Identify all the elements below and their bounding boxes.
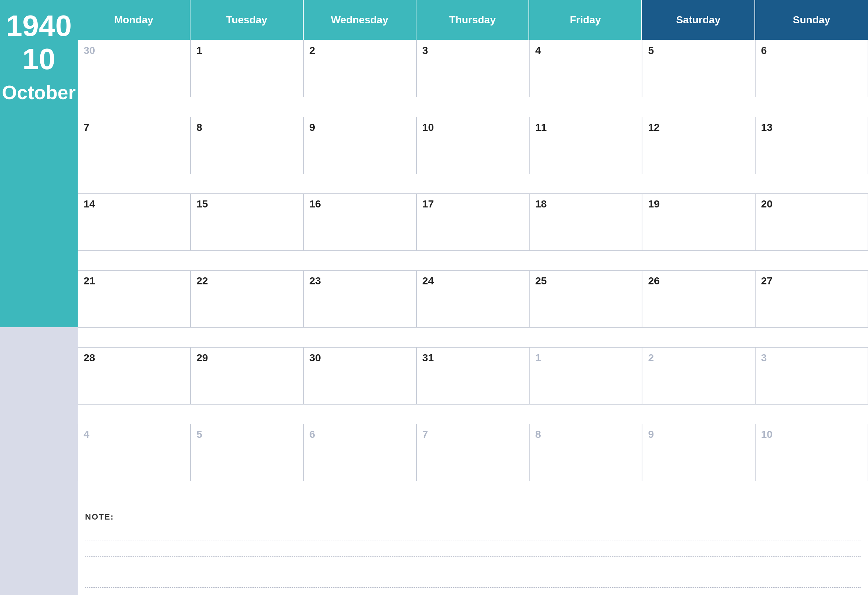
calendar-cell[interactable]: 29	[190, 347, 303, 405]
calendar-cell[interactable]: 4	[529, 40, 642, 97]
day-number: 5	[648, 45, 654, 56]
calendar-cell[interactable]: 1	[190, 40, 303, 97]
calendar-cell[interactable]: 21	[78, 270, 190, 328]
day-number: 10	[761, 428, 773, 440]
calendar-cell[interactable]: 15	[190, 193, 303, 251]
calendar-cell[interactable]: 9	[304, 117, 416, 174]
day-header-friday: Friday	[529, 0, 642, 40]
main-content: MondayTuesdayWednesdayThursdayFridaySatu…	[78, 0, 868, 595]
calendar-cell[interactable]: 19	[642, 193, 755, 251]
sidebar-month: October	[2, 81, 75, 103]
day-number: 4	[535, 45, 541, 56]
day-number: 26	[648, 275, 660, 286]
calendar-cell[interactable]: 7	[78, 117, 190, 174]
day-number: 3	[761, 352, 767, 363]
day-number: 25	[535, 275, 547, 286]
calendar-cell[interactable]: 2	[642, 347, 755, 405]
day-number: 8	[196, 122, 202, 133]
day-header-monday: Monday	[78, 0, 190, 40]
note-label: NOTE:	[85, 512, 861, 522]
calendar-cell[interactable]: 9	[642, 424, 755, 481]
calendar-cell[interactable]: 7	[416, 424, 529, 481]
calendar-cell[interactable]: 6	[755, 40, 868, 97]
calendar-cell[interactable]: 14	[78, 193, 190, 251]
calendar-cell[interactable]: 3	[416, 40, 529, 97]
calendar-cell[interactable]: 23	[304, 270, 416, 328]
day-number: 9	[648, 428, 654, 440]
calendar-cell[interactable]: 12	[642, 117, 755, 174]
day-number: 9	[310, 122, 316, 133]
sidebar-year: 1940	[6, 11, 72, 41]
day-number: 28	[84, 352, 95, 363]
calendar-cell[interactable]: 5	[190, 424, 303, 481]
calendar-grid: 3012345678910111213141516171819202122232…	[78, 40, 868, 501]
note-line-1	[85, 526, 861, 541]
day-number: 2	[648, 352, 654, 363]
day-number: 15	[196, 198, 208, 210]
day-number: 5	[196, 428, 202, 440]
note-line-4	[85, 572, 861, 588]
calendar-wrapper: 1940 10 October MondayTuesdayWednesdayTh…	[0, 0, 868, 595]
day-number: 13	[761, 122, 773, 133]
calendar-cell[interactable]: 20	[755, 193, 868, 251]
day-number: 7	[84, 122, 90, 133]
calendar-cell[interactable]: 1	[529, 347, 642, 405]
day-number: 23	[310, 275, 321, 286]
calendar-cell[interactable]: 24	[416, 270, 529, 328]
notes-section: NOTE:	[78, 501, 868, 595]
calendar-cell[interactable]: 26	[642, 270, 755, 328]
day-header-thursday: Thursday	[416, 0, 529, 40]
note-line-3	[85, 557, 861, 572]
day-number: 20	[761, 198, 773, 210]
calendar-cell[interactable]: 10	[755, 424, 868, 481]
calendar-cell[interactable]: 3	[755, 347, 868, 405]
days-header: MondayTuesdayWednesdayThursdayFridaySatu…	[78, 0, 868, 40]
day-number: 19	[648, 198, 660, 210]
calendar-cell[interactable]: 30	[304, 347, 416, 405]
day-number: 2	[310, 45, 316, 56]
day-number: 17	[422, 198, 434, 210]
calendar-cell[interactable]: 5	[642, 40, 755, 97]
day-number: 30	[84, 45, 95, 56]
day-number: 14	[84, 198, 95, 210]
calendar-cell[interactable]: 18	[529, 193, 642, 251]
day-header-tuesday: Tuesday	[190, 0, 303, 40]
calendar-cell[interactable]: 25	[529, 270, 642, 328]
calendar-cell[interactable]: 8	[529, 424, 642, 481]
calendar-cell[interactable]: 30	[78, 40, 190, 97]
day-number: 7	[422, 428, 428, 440]
sidebar-day: 10	[22, 44, 56, 74]
calendar-cell[interactable]: 8	[190, 117, 303, 174]
calendar-cell[interactable]: 27	[755, 270, 868, 328]
day-number: 21	[84, 275, 95, 286]
day-number: 8	[535, 428, 541, 440]
day-number: 31	[422, 352, 434, 363]
day-number: 30	[310, 352, 321, 363]
day-number: 29	[196, 352, 208, 363]
note-line-2	[85, 541, 861, 557]
day-number: 1	[535, 352, 541, 363]
calendar-cell[interactable]: 28	[78, 347, 190, 405]
calendar-cell[interactable]: 31	[416, 347, 529, 405]
day-header-sunday: Sunday	[755, 0, 868, 40]
calendar-cell[interactable]: 13	[755, 117, 868, 174]
day-number: 4	[84, 428, 90, 440]
day-number: 24	[422, 275, 434, 286]
calendar-cell[interactable]: 17	[416, 193, 529, 251]
sidebar: 1940 10 October	[0, 0, 78, 595]
day-number: 3	[422, 45, 428, 56]
calendar-cell[interactable]: 10	[416, 117, 529, 174]
day-number: 6	[310, 428, 316, 440]
calendar-cell[interactable]: 11	[529, 117, 642, 174]
day-number: 12	[648, 122, 660, 133]
calendar-cell[interactable]: 6	[304, 424, 416, 481]
day-number: 18	[535, 198, 547, 210]
day-header-saturday: Saturday	[642, 0, 755, 40]
day-number: 6	[761, 45, 767, 56]
calendar-cell[interactable]: 4	[78, 424, 190, 481]
calendar-cell[interactable]: 22	[190, 270, 303, 328]
calendar-cell[interactable]: 2	[304, 40, 416, 97]
day-number: 27	[761, 275, 773, 286]
calendar-cell[interactable]: 16	[304, 193, 416, 251]
day-header-wednesday: Wednesday	[304, 0, 416, 40]
